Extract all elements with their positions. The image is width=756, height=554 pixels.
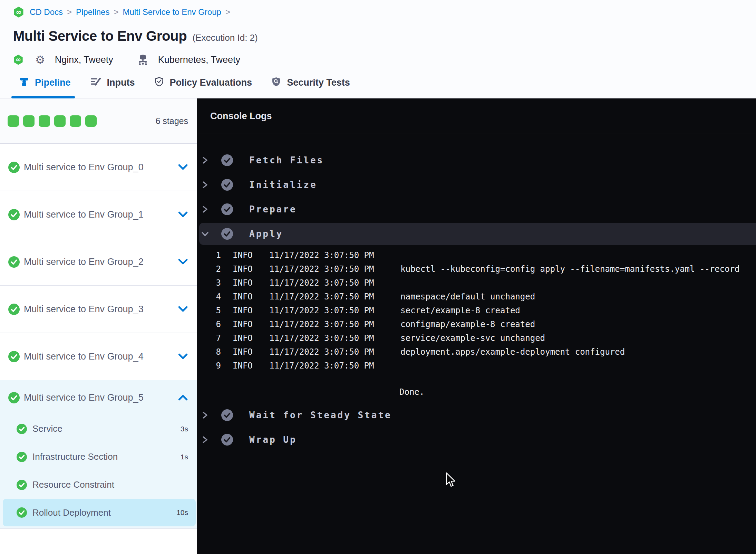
step-row-resource-constraint[interactable]: Resource Constraint — [0, 471, 197, 499]
tab-inputs[interactable]: Inputs — [90, 67, 135, 98]
console-section: Wait for Steady State — [197, 404, 756, 426]
log-timestamp: 11/17/2022 3:07:50 PM — [269, 319, 374, 329]
console-section-fetch-files[interactable]: Fetch Files — [197, 149, 756, 171]
breadcrumb-items: CD Docs>Pipelines>Multi Service to Env G… — [30, 7, 234, 17]
breadcrumb-link[interactable]: Multi Service to Env Group — [123, 7, 221, 17]
step-success-icon — [17, 424, 27, 434]
step-duration: 1s — [181, 453, 188, 461]
stage-row-2[interactable]: Multi service to Env Group_2 — [0, 238, 197, 285]
chevron-right-icon[interactable] — [201, 411, 210, 419]
log-line-number: 9 — [216, 361, 221, 371]
log-message: namespace/default unchanged — [400, 292, 535, 302]
stage-row-0[interactable]: Multi service to Env Group_0 — [0, 143, 197, 191]
breadcrumb: ∞ CD Docs>Pipelines>Multi Service to Env… — [13, 6, 756, 18]
breadcrumb-link[interactable]: CD Docs — [30, 7, 63, 17]
tab-label: Inputs — [107, 77, 135, 88]
console-section-wait-for-steady-state[interactable]: Wait for Steady State — [197, 404, 756, 426]
security-icon — [271, 77, 281, 88]
log-timestamp: 11/17/2022 3:07:50 PM — [269, 250, 374, 260]
chevron-right-icon[interactable] — [201, 181, 210, 189]
log-level: INFO — [233, 278, 253, 288]
console-logs-panel: Console Logs Fetch Files Initialize — [197, 98, 756, 554]
console-section: Fetch Files — [197, 149, 756, 171]
stage-row-4[interactable]: Multi service to Env Group_4 — [0, 333, 197, 380]
step-success-icon — [17, 480, 27, 490]
svg-text:∞: ∞ — [16, 8, 22, 16]
log-timestamp: 11/17/2022 3:07:50 PM — [269, 347, 374, 357]
chevron-down-icon[interactable] — [201, 231, 210, 237]
chevron-right-icon[interactable] — [201, 436, 210, 444]
stage-list: Multi service to Env Group_0 Multi servi… — [0, 143, 197, 528]
step-row-infrastructure-section[interactable]: Infrastructure Section 1s — [0, 443, 197, 471]
step-duration: 10s — [176, 508, 188, 517]
log-line: 5 INFO 11/17/2022 3:07:50 PM secret/exam… — [197, 304, 756, 317]
execution-meta-row: ∞ ⚙ Nginx, Tweety Kubernetes, Tweety — [13, 52, 756, 67]
console-section: Initialize — [197, 174, 756, 196]
chevron-down-icon[interactable] — [178, 211, 188, 218]
chevron-down-icon[interactable] — [178, 258, 188, 265]
step-duration: 3s — [181, 425, 188, 433]
console-section-label: Initialize — [249, 180, 317, 190]
stage-group-expanded: Multi service to Env Group_5 Service 3s … — [0, 380, 197, 528]
console-section-label: Wrap Up — [249, 434, 297, 445]
breadcrumb-separator: > — [225, 7, 230, 17]
stage-row-1[interactable]: Multi service to Env Group_1 — [0, 191, 197, 238]
log-message: deployment.apps/example-deployment confi… — [400, 347, 625, 357]
chevron-down-icon[interactable] — [178, 164, 188, 171]
log-message: secret/example-8 created — [400, 306, 520, 315]
log-timestamp: 11/17/2022 3:07:50 PM — [269, 306, 374, 315]
stages-count-label: 6 stages — [155, 116, 188, 126]
chevron-up-icon[interactable] — [178, 394, 188, 401]
title-row: Multi Service to Env Group (Execution Id… — [13, 28, 756, 44]
stages-sidebar: 6 stages Multi service to Env Group_0 Mu… — [0, 98, 197, 554]
stage-progress-square — [39, 115, 50, 127]
stage-progress-squares — [8, 115, 97, 127]
console-section-prepare[interactable]: Prepare — [197, 198, 756, 220]
chevron-down-icon[interactable] — [178, 353, 188, 360]
step-success-icon — [221, 434, 233, 446]
log-level: INFO — [233, 306, 253, 315]
console-section-label: Fetch Files — [249, 155, 324, 165]
log-line-number: 2 — [216, 264, 221, 274]
stage-success-icon — [8, 304, 20, 315]
log-level: INFO — [233, 250, 253, 260]
stage-progress-square — [85, 115, 97, 127]
log-line: 6 INFO 11/17/2022 3:07:50 PM configmap/e… — [197, 317, 756, 331]
breadcrumb-link[interactable]: Pipelines — [76, 7, 109, 17]
environments-label: Kubernetes, Tweety — [158, 55, 240, 65]
mouse-cursor — [445, 472, 456, 489]
stage-success-icon — [8, 209, 20, 220]
log-line: 7 INFO 11/17/2022 3:07:50 PM service/exa… — [197, 331, 756, 345]
tab-pipeline[interactable]: Pipeline — [19, 67, 71, 98]
stage-row-3[interactable]: Multi service to Env Group_3 — [0, 285, 197, 333]
console-section-label: Prepare — [249, 204, 297, 214]
step-row-rollout-deployment[interactable]: Rollout Deployment 10s — [3, 499, 196, 526]
breadcrumb-separator: > — [67, 7, 72, 17]
chevron-down-icon[interactable] — [178, 306, 188, 313]
console-section: Prepare — [197, 198, 756, 220]
stage-row-5[interactable]: Multi service to Env Group_5 — [0, 380, 197, 415]
log-level: INFO — [233, 333, 253, 343]
log-line-number: 4 — [216, 292, 221, 302]
log-line: 9 INFO 11/17/2022 3:07:50 PM — [197, 359, 756, 373]
tab-security-tests[interactable]: Security Tests — [271, 67, 350, 98]
chevron-right-icon[interactable] — [201, 156, 210, 164]
step-row-service[interactable]: Service 3s — [0, 415, 197, 443]
tab-label: Pipeline — [35, 77, 71, 88]
environments-icon — [137, 54, 148, 66]
sidebar-bottom-filler — [0, 528, 197, 554]
stages-summary: 6 stages — [0, 98, 197, 143]
step-success-icon — [221, 228, 233, 240]
stage-label: Multi service to Env Group_3 — [24, 304, 144, 315]
log-level: INFO — [233, 347, 253, 357]
console-section-wrap-up[interactable]: Wrap Up — [197, 429, 756, 451]
log-done-text: Done. — [197, 385, 756, 399]
chevron-right-icon[interactable] — [201, 205, 210, 213]
log-timestamp: 11/17/2022 3:07:50 PM — [269, 264, 374, 274]
log-line: 3 INFO 11/17/2022 3:07:50 PM — [197, 276, 756, 290]
console-section-initialize[interactable]: Initialize — [197, 174, 756, 196]
tab-policy-evaluations[interactable]: Policy Evaluations — [154, 67, 252, 98]
harness-logo-icon: ∞ — [13, 7, 24, 18]
page-title: Multi Service to Env Group — [13, 28, 187, 44]
console-section-apply[interactable]: Apply — [199, 223, 756, 245]
